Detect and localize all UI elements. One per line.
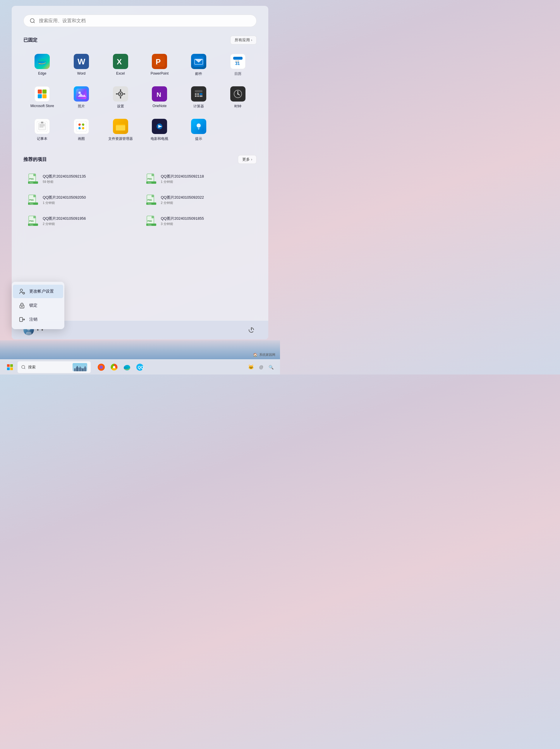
svg-line-118	[24, 368, 25, 369]
start-button[interactable]	[5, 362, 15, 372]
app-excel[interactable]: X Excel	[102, 50, 139, 80]
rec-item-0[interactable]: PNG PNG QQ图片20240105092135 59 秒前	[23, 170, 139, 188]
taskbar-edge[interactable]	[121, 361, 133, 373]
firefox-icon	[97, 363, 105, 371]
rec-item-2[interactable]: PNG PNG QQ图片20240105092050 1 分钟前	[23, 191, 139, 209]
svg-rect-66	[198, 128, 199, 129]
app-word[interactable]: W Word	[63, 50, 100, 80]
rec-time-0: 59 秒前	[43, 180, 86, 184]
svg-rect-111	[20, 318, 23, 322]
svg-rect-127	[85, 366, 86, 367]
wallpaper-strip	[0, 340, 280, 359]
app-photos[interactable]: 照片	[63, 83, 100, 112]
app-store[interactable]: Microsoft Store	[23, 83, 61, 112]
context-item-signout[interactable]: 注销	[13, 313, 63, 326]
ppt-icon: P	[152, 54, 167, 69]
taskbar: 搜索	[0, 359, 280, 374]
taskbar-explore-icon[interactable]: 🔍	[267, 364, 275, 371]
app-settings[interactable]: 设置	[102, 83, 139, 112]
app-ppt[interactable]: P PowerPoint	[141, 50, 178, 80]
edge-icon	[35, 54, 50, 69]
search-bar[interactable]	[23, 15, 257, 27]
app-onenote[interactable]: N OneNote	[141, 83, 178, 112]
png-file-icon-5: PNG PNG	[146, 215, 157, 227]
svg-point-0	[30, 19, 34, 23]
app-calendar[interactable]: 31 日历 日历	[219, 50, 257, 80]
rec-item-3[interactable]: PNG PNG QQ图片20240105092022 2 分钟前	[142, 191, 257, 209]
chevron-right-icon: ›	[251, 38, 252, 42]
taskbar-qq[interactable]: QQ	[134, 361, 146, 373]
rec-item-1[interactable]: PNG PNG QQ图片20240105092118 1 分钟前	[142, 170, 257, 188]
calc-icon	[191, 86, 206, 102]
app-tips[interactable]: 提示	[180, 115, 218, 145]
excel-icon: X	[113, 54, 128, 69]
ppt-label: PowerPoint	[151, 71, 169, 76]
mail-label: 邮件	[195, 71, 202, 77]
rec-item-5[interactable]: PNG PNG QQ图片20240105091855 3 分钟前	[142, 212, 257, 230]
taskbar-search[interactable]: 搜索	[18, 361, 91, 373]
app-movies[interactable]: 电影和电视	[141, 115, 178, 145]
app-calc[interactable]: 计算器	[180, 83, 218, 112]
svg-line-1	[34, 22, 35, 23]
settings-icon	[113, 86, 128, 102]
app-paint[interactable]: 画图	[63, 115, 100, 145]
svg-rect-35	[195, 90, 202, 92]
rec-item-4[interactable]: PNG PNG QQ图片20240105091956 2 分钟前	[23, 212, 139, 230]
svg-rect-94	[152, 216, 154, 218]
svg-rect-37	[197, 93, 199, 95]
movies-icon	[152, 119, 167, 134]
svg-text:PNG: PNG	[148, 203, 152, 205]
rec-name-0: QQ图片20240105092135	[43, 174, 86, 179]
svg-point-65	[197, 124, 201, 128]
svg-rect-29	[120, 97, 121, 99]
svg-text:PNG: PNG	[148, 199, 152, 201]
rec-time-5: 3 分钟前	[161, 222, 204, 226]
taskbar-cat-icon[interactable]: 🐱	[246, 363, 256, 371]
svg-rect-115	[7, 367, 10, 370]
app-notepad[interactable]: 记事本	[23, 115, 61, 145]
svg-point-110	[21, 306, 23, 307]
excel-label: Excel	[116, 71, 125, 76]
app-clock[interactable]: 时钟	[219, 83, 257, 112]
calendar-label: 日历	[234, 71, 241, 77]
taskbar-colorful[interactable]	[108, 361, 120, 373]
explorer-label: 文件资源管理器	[108, 136, 133, 141]
svg-text:PNG: PNG	[29, 199, 34, 201]
sys-watermark: 🏠 系统家园网	[253, 352, 275, 357]
app-explorer[interactable]: 文件资源管理器	[102, 115, 139, 145]
apps-grid: Edge W Word X Excel	[23, 50, 257, 145]
context-item-lock[interactable]: 锁定	[13, 299, 63, 312]
all-apps-button[interactable]: 所有应用 ›	[230, 36, 257, 44]
context-item-change-account[interactable]: 更改帐户设置	[13, 285, 63, 298]
windows-logo-icon	[7, 364, 13, 370]
word-label: Word	[77, 71, 85, 76]
person-gear-icon	[19, 288, 25, 295]
rec-name-3: QQ图片20240105092022	[161, 195, 204, 200]
app-edge[interactable]: Edge	[23, 50, 61, 80]
rec-time-2: 1 分钟前	[43, 201, 86, 205]
svg-point-129	[100, 365, 103, 369]
rec-time-1: 1 分钟前	[161, 180, 204, 184]
pinned-section-header: 已固定 所有应用 ›	[23, 36, 257, 44]
more-button[interactable]: 更多 ›	[238, 155, 257, 164]
taskbar-search-text: 搜索	[28, 365, 36, 370]
search-input[interactable]	[39, 18, 251, 23]
svg-text:PNG: PNG	[29, 178, 34, 180]
svg-text:PNG: PNG	[29, 203, 34, 205]
rec-name-2: QQ图片20240105092050	[43, 195, 86, 200]
svg-rect-114	[10, 364, 13, 367]
mail-icon	[191, 54, 206, 69]
svg-rect-31	[123, 93, 125, 94]
recommended-grid: PNG PNG QQ图片20240105092135 59 秒前 PNG PNG…	[23, 170, 257, 230]
svg-rect-67	[198, 129, 199, 130]
rec-name-1: QQ图片20240105092118	[161, 174, 204, 179]
power-button[interactable]	[246, 325, 257, 335]
svg-rect-126	[84, 367, 86, 371]
rec-name-5: QQ图片20240105091855	[161, 216, 204, 221]
paint-label: 画图	[78, 136, 85, 141]
png-file-icon-3: PNG PNG	[146, 194, 157, 206]
taskbar-firefox[interactable]	[95, 361, 107, 373]
taskbar-at-icon[interactable]: @	[257, 364, 265, 371]
chevron-right-icon2: ›	[251, 157, 252, 162]
app-mail[interactable]: 邮件	[180, 50, 218, 80]
